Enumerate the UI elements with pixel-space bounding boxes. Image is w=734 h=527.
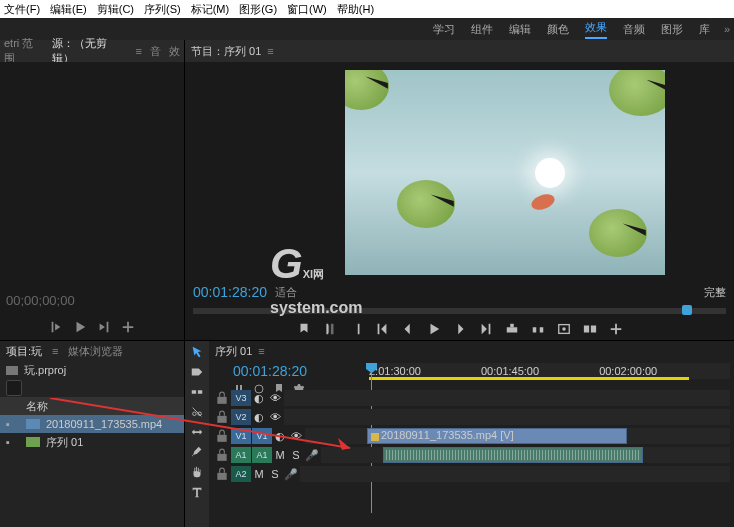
tab-fx-short[interactable]: 效 <box>169 44 180 59</box>
project-item[interactable]: ▪ 20180911_173535.mp4 <box>0 415 184 433</box>
program-timecode[interactable]: 00:01:28:20 <box>193 284 267 300</box>
comparison-icon[interactable] <box>583 322 597 336</box>
playhead-handle[interactable] <box>682 305 692 315</box>
svg-rect-12 <box>217 454 226 461</box>
ripple-tool-icon[interactable] <box>190 385 204 399</box>
column-name[interactable]: 名称 <box>26 399 48 414</box>
timeline-tracks: V3 ◐ 👁 V2 ◐ 👁 V1 V1 ◐ 👁 20180911_173535.… <box>213 389 730 523</box>
mark-in-icon[interactable] <box>49 320 63 334</box>
solo-icon[interactable]: S <box>268 467 282 481</box>
eye-icon[interactable]: 👁 <box>268 391 282 405</box>
voice-icon[interactable]: 🎤 <box>305 448 319 462</box>
track-v1-lane[interactable]: 20180911_173535.mp4 [V] <box>305 428 730 444</box>
ws-editing[interactable]: 编辑 <box>509 22 531 37</box>
insert-icon[interactable] <box>121 320 135 334</box>
extract-icon[interactable] <box>531 322 545 336</box>
project-file-row: 玩.prproj <box>0 361 184 379</box>
menu-graphics[interactable]: 图形(G) <box>239 2 277 17</box>
search-input[interactable] <box>6 380 22 396</box>
track-a1-lane[interactable] <box>321 447 730 463</box>
menu-markers[interactable]: 标记(M) <box>191 2 230 17</box>
pen-tool-icon[interactable] <box>190 445 204 459</box>
track-a1-label[interactable]: A1 <box>252 447 272 463</box>
ws-color[interactable]: 颜色 <box>547 22 569 37</box>
ws-libraries[interactable]: 库 <box>699 22 710 37</box>
toggle-output-icon[interactable]: ◐ <box>273 429 287 443</box>
play-icon[interactable] <box>427 322 441 336</box>
lock-icon[interactable] <box>215 391 229 405</box>
program-sequence[interactable]: 序列 01 <box>224 44 261 59</box>
workspace-overflow-icon[interactable]: » <box>724 23 728 35</box>
menu-edit[interactable]: 编辑(E) <box>50 2 87 17</box>
lock-icon[interactable] <box>215 429 229 443</box>
eye-icon[interactable]: 👁 <box>268 410 282 424</box>
ws-audio[interactable]: 音频 <box>623 22 645 37</box>
mark-out-icon[interactable] <box>349 322 363 336</box>
settings-plus-icon[interactable] <box>609 322 623 336</box>
razor-tool-icon[interactable] <box>190 405 204 419</box>
program-scrubber[interactable] <box>193 308 726 314</box>
tab-media-browser[interactable]: 媒体浏览器 <box>68 344 123 359</box>
track-select-tool-icon[interactable] <box>190 365 204 379</box>
ws-assembly[interactable]: 组件 <box>471 22 493 37</box>
add-marker-icon[interactable] <box>297 322 311 336</box>
track-v3-label[interactable]: V3 <box>231 390 251 406</box>
selection-tool-icon[interactable] <box>190 345 204 359</box>
lift-icon[interactable] <box>505 322 519 336</box>
go-to-out-icon[interactable] <box>479 322 493 336</box>
ws-learning[interactable]: 学习 <box>433 22 455 37</box>
track-v2-label[interactable]: V2 <box>231 409 251 425</box>
lock-icon[interactable] <box>215 467 229 481</box>
resolution-full[interactable]: 完整 <box>704 285 726 300</box>
track-a2-label[interactable]: A2 <box>231 466 251 482</box>
mute-icon[interactable]: M <box>252 467 266 481</box>
project-item[interactable]: ▪ 序列 01 <box>0 433 184 451</box>
slip-tool-icon[interactable] <box>190 425 204 439</box>
program-viewer[interactable] <box>345 70 665 275</box>
mute-icon[interactable]: M <box>273 448 287 462</box>
source-monitor: 00;00;00;00 <box>0 62 184 340</box>
toggle-output-icon[interactable]: ◐ <box>252 391 266 405</box>
step-back-icon[interactable] <box>401 322 415 336</box>
track-target-v1[interactable]: V1 <box>231 428 251 444</box>
mark-out-icon[interactable] <box>97 320 111 334</box>
menu-help[interactable]: 帮助(H) <box>337 2 374 17</box>
hand-tool-icon[interactable] <box>190 465 204 479</box>
track-v2-lane[interactable] <box>284 409 730 425</box>
mark-in-icon[interactable] <box>323 322 337 336</box>
menu-clip[interactable]: 剪辑(C) <box>97 2 134 17</box>
panel-menu-icon[interactable]: ≡ <box>258 345 264 357</box>
menu-file[interactable]: 文件(F) <box>4 2 40 17</box>
panel-menu-icon[interactable]: ≡ <box>52 345 58 357</box>
timeline-sequence-tab[interactable]: 序列 01 <box>215 344 252 359</box>
menu-window[interactable]: 窗口(W) <box>287 2 327 17</box>
panel-menu-icon[interactable]: ≡ <box>136 45 142 57</box>
svg-rect-6 <box>590 326 595 333</box>
eye-icon[interactable]: 👁 <box>289 429 303 443</box>
lock-icon[interactable] <box>215 410 229 424</box>
track-target-a1[interactable]: A1 <box>231 447 251 463</box>
zoom-fit[interactable]: 适合 <box>275 285 297 300</box>
type-tool-icon[interactable] <box>190 485 204 499</box>
solo-icon[interactable]: S <box>289 448 303 462</box>
toggle-output-icon[interactable]: ◐ <box>252 410 266 424</box>
lock-icon[interactable] <box>215 448 229 462</box>
play-icon[interactable] <box>73 320 87 334</box>
source-panel-tabs: etri 范围 源：（无剪辑） ≡ 音 效 <box>0 40 184 62</box>
tab-project[interactable]: 项目:玩 <box>6 344 42 359</box>
track-a2-lane[interactable] <box>300 466 730 482</box>
work-area-bar[interactable] <box>369 377 689 380</box>
step-forward-icon[interactable] <box>453 322 467 336</box>
track-v1-label[interactable]: V1 <box>252 428 272 444</box>
panel-menu-icon[interactable]: ≡ <box>267 45 273 57</box>
tab-audio-short[interactable]: 音 <box>150 44 161 59</box>
video-clip[interactable]: 20180911_173535.mp4 [V] <box>367 428 627 444</box>
export-frame-icon[interactable] <box>557 322 571 336</box>
ws-graphics[interactable]: 图形 <box>661 22 683 37</box>
menu-sequence[interactable]: 序列(S) <box>144 2 181 17</box>
voice-icon[interactable]: 🎤 <box>284 467 298 481</box>
track-v3-lane[interactable] <box>284 390 730 406</box>
go-to-in-icon[interactable] <box>375 322 389 336</box>
ws-effects[interactable]: 效果 <box>585 20 607 39</box>
audio-clip[interactable] <box>383 447 643 463</box>
